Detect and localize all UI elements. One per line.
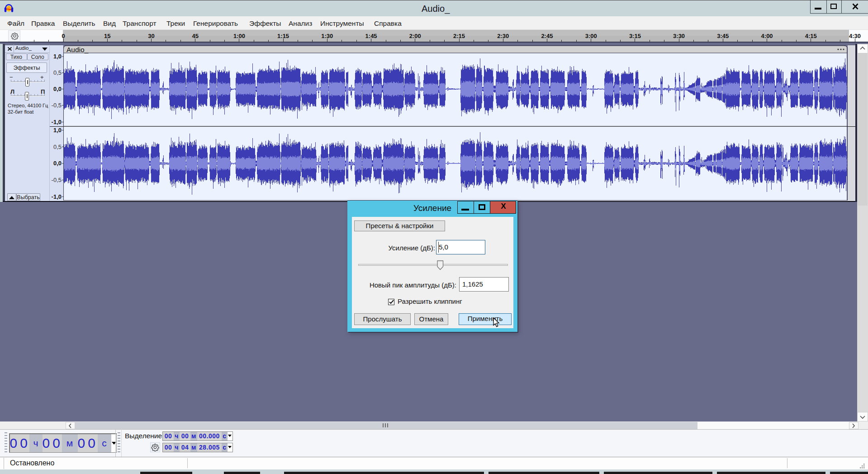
svg-text:-1,0: -1,0 bbox=[52, 193, 62, 200]
svg-text:3:00: 3:00 bbox=[585, 33, 597, 39]
svg-text:0,0: 0,0 bbox=[53, 86, 62, 92]
svg-text:3:15: 3:15 bbox=[629, 33, 641, 39]
svg-text:2:15: 2:15 bbox=[453, 33, 465, 39]
svg-text:0,0: 0,0 bbox=[53, 160, 62, 167]
svg-text:1,0: 1,0 bbox=[53, 53, 62, 60]
svg-text:0,5: 0,5 bbox=[53, 69, 62, 76]
svg-text:2:45: 2:45 bbox=[541, 33, 553, 39]
svg-text:4:15: 4:15 bbox=[805, 33, 817, 39]
svg-text:2:00: 2:00 bbox=[409, 33, 421, 39]
svg-text:4:30: 4:30 bbox=[849, 33, 861, 39]
svg-text:-0,5: -0,5 bbox=[52, 102, 62, 109]
svg-text:15: 15 bbox=[104, 33, 110, 39]
svg-text:0,5: 0,5 bbox=[53, 144, 62, 150]
svg-text:1:15: 1:15 bbox=[277, 33, 289, 39]
svg-text:4:00: 4:00 bbox=[761, 33, 773, 39]
svg-text:1:45: 1:45 bbox=[365, 33, 377, 39]
svg-text:Audio_: Audio_ bbox=[66, 46, 89, 53]
svg-text:1:30: 1:30 bbox=[321, 33, 333, 39]
svg-text:2:30: 2:30 bbox=[497, 33, 509, 39]
svg-text:30: 30 bbox=[148, 33, 154, 39]
svg-text:1:00: 1:00 bbox=[233, 33, 245, 39]
svg-text:3:30: 3:30 bbox=[673, 33, 685, 39]
svg-text:1,0: 1,0 bbox=[53, 127, 62, 134]
svg-text:3:45: 3:45 bbox=[717, 33, 729, 39]
svg-text:-0,5: -0,5 bbox=[52, 177, 62, 183]
svg-text:45: 45 bbox=[192, 33, 198, 39]
svg-text:-1,0: -1,0 bbox=[52, 119, 62, 125]
